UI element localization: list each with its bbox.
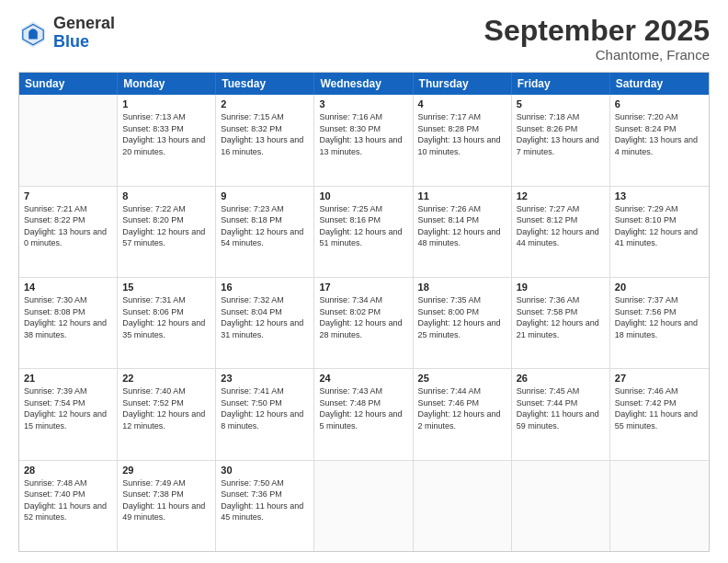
day-info: Sunrise: 7:31 AMSunset: 8:06 PMDaylight:… xyxy=(122,294,210,340)
day-cell: 24Sunrise: 7:43 AMSunset: 7:48 PMDayligh… xyxy=(314,369,413,459)
day-number: 26 xyxy=(517,373,605,384)
day-number: 16 xyxy=(221,282,309,293)
day-cell: 14Sunrise: 7:30 AMSunset: 8:08 PMDayligh… xyxy=(19,278,118,368)
day-number: 18 xyxy=(418,282,506,293)
day-number: 1 xyxy=(122,98,210,109)
empty-cell xyxy=(414,461,512,551)
day-info: Sunrise: 7:23 AMSunset: 8:18 PMDaylight:… xyxy=(221,203,309,249)
day-cell: 15Sunrise: 7:31 AMSunset: 8:06 PMDayligh… xyxy=(118,278,216,368)
calendar-row: 28Sunrise: 7:48 AMSunset: 7:40 PMDayligh… xyxy=(19,461,709,551)
empty-cell xyxy=(314,461,413,551)
day-info: Sunrise: 7:15 AMSunset: 8:32 PMDaylight:… xyxy=(221,111,309,157)
day-cell: 22Sunrise: 7:40 AMSunset: 7:52 PMDayligh… xyxy=(118,369,216,459)
day-number: 19 xyxy=(517,282,605,293)
weekday-header: Tuesday xyxy=(216,73,314,95)
day-number: 4 xyxy=(418,98,506,109)
weekday-header: Sunday xyxy=(19,73,118,95)
subtitle: Chantome, France xyxy=(484,47,710,63)
day-info: Sunrise: 7:46 AMSunset: 7:42 PMDaylight:… xyxy=(615,385,704,431)
title-block: September 2025 Chantome, France xyxy=(484,15,710,63)
day-cell: 12Sunrise: 7:27 AMSunset: 8:12 PMDayligh… xyxy=(512,187,610,277)
day-number: 20 xyxy=(615,282,704,293)
day-info: Sunrise: 7:50 AMSunset: 7:36 PMDaylight:… xyxy=(221,477,309,523)
day-cell: 19Sunrise: 7:36 AMSunset: 7:58 PMDayligh… xyxy=(512,278,610,368)
day-number: 24 xyxy=(319,373,407,384)
calendar-row: 21Sunrise: 7:39 AMSunset: 7:54 PMDayligh… xyxy=(19,369,709,460)
weekday-header: Monday xyxy=(118,73,216,95)
day-info: Sunrise: 7:36 AMSunset: 7:58 PMDaylight:… xyxy=(517,294,605,340)
day-cell: 23Sunrise: 7:41 AMSunset: 7:50 PMDayligh… xyxy=(216,369,314,459)
day-info: Sunrise: 7:32 AMSunset: 8:04 PMDaylight:… xyxy=(221,294,309,340)
day-cell: 9Sunrise: 7:23 AMSunset: 8:18 PMDaylight… xyxy=(216,187,314,277)
day-cell: 20Sunrise: 7:37 AMSunset: 7:56 PMDayligh… xyxy=(610,278,709,368)
day-cell: 16Sunrise: 7:32 AMSunset: 8:04 PMDayligh… xyxy=(216,278,314,368)
day-cell: 30Sunrise: 7:50 AMSunset: 7:36 PMDayligh… xyxy=(216,461,314,551)
empty-cell xyxy=(512,461,610,551)
day-cell: 21Sunrise: 7:39 AMSunset: 7:54 PMDayligh… xyxy=(19,369,118,459)
day-number: 25 xyxy=(418,373,506,384)
day-info: Sunrise: 7:25 AMSunset: 8:16 PMDaylight:… xyxy=(319,203,407,249)
day-number: 9 xyxy=(221,190,309,201)
weekday-header: Friday xyxy=(512,73,610,95)
day-info: Sunrise: 7:40 AMSunset: 7:52 PMDaylight:… xyxy=(122,385,210,431)
day-number: 21 xyxy=(24,373,112,384)
day-cell: 6Sunrise: 7:20 AMSunset: 8:24 PMDaylight… xyxy=(610,95,709,185)
day-number: 12 xyxy=(517,190,605,201)
logo-blue: Blue xyxy=(53,32,89,51)
day-cell: 29Sunrise: 7:49 AMSunset: 7:38 PMDayligh… xyxy=(118,461,216,551)
day-info: Sunrise: 7:29 AMSunset: 8:10 PMDaylight:… xyxy=(615,203,704,249)
day-cell: 1Sunrise: 7:13 AMSunset: 8:33 PMDaylight… xyxy=(118,95,216,185)
calendar-row: 1Sunrise: 7:13 AMSunset: 8:33 PMDaylight… xyxy=(19,95,709,186)
day-cell: 3Sunrise: 7:16 AMSunset: 8:30 PMDaylight… xyxy=(314,95,413,185)
header: General Blue September 2025 Chantome, Fr… xyxy=(18,15,710,63)
day-info: Sunrise: 7:49 AMSunset: 7:38 PMDaylight:… xyxy=(122,477,210,523)
day-number: 10 xyxy=(319,190,407,201)
day-cell: 5Sunrise: 7:18 AMSunset: 8:26 PMDaylight… xyxy=(512,95,610,185)
day-number: 13 xyxy=(615,190,704,201)
day-info: Sunrise: 7:45 AMSunset: 7:44 PMDaylight:… xyxy=(517,385,605,431)
calendar: SundayMondayTuesdayWednesdayThursdayFrid… xyxy=(18,72,710,552)
logo-general: General xyxy=(53,14,115,32)
day-cell: 18Sunrise: 7:35 AMSunset: 8:00 PMDayligh… xyxy=(414,278,512,368)
day-cell: 26Sunrise: 7:45 AMSunset: 7:44 PMDayligh… xyxy=(512,369,610,459)
day-cell: 7Sunrise: 7:21 AMSunset: 8:22 PMDaylight… xyxy=(19,187,118,277)
day-number: 7 xyxy=(24,190,112,201)
main-title: September 2025 xyxy=(484,15,710,47)
day-info: Sunrise: 7:30 AMSunset: 8:08 PMDaylight:… xyxy=(24,294,112,340)
logo-text: General Blue xyxy=(53,15,115,52)
day-info: Sunrise: 7:13 AMSunset: 8:33 PMDaylight:… xyxy=(122,111,210,157)
day-number: 14 xyxy=(24,282,112,293)
day-cell: 17Sunrise: 7:34 AMSunset: 8:02 PMDayligh… xyxy=(314,278,413,368)
day-number: 28 xyxy=(24,465,112,476)
day-number: 17 xyxy=(319,282,407,293)
day-info: Sunrise: 7:20 AMSunset: 8:24 PMDaylight:… xyxy=(615,111,704,157)
day-number: 15 xyxy=(122,282,210,293)
day-info: Sunrise: 7:26 AMSunset: 8:14 PMDaylight:… xyxy=(418,203,506,249)
day-info: Sunrise: 7:21 AMSunset: 8:22 PMDaylight:… xyxy=(24,203,112,249)
day-cell: 2Sunrise: 7:15 AMSunset: 8:32 PMDaylight… xyxy=(216,95,314,185)
calendar-body: 1Sunrise: 7:13 AMSunset: 8:33 PMDaylight… xyxy=(19,95,709,551)
day-cell: 13Sunrise: 7:29 AMSunset: 8:10 PMDayligh… xyxy=(610,187,709,277)
page: General Blue September 2025 Chantome, Fr… xyxy=(0,0,728,563)
empty-cell xyxy=(610,461,709,551)
day-info: Sunrise: 7:16 AMSunset: 8:30 PMDaylight:… xyxy=(319,111,407,157)
day-info: Sunrise: 7:18 AMSunset: 8:26 PMDaylight:… xyxy=(517,111,605,157)
day-number: 30 xyxy=(221,465,309,476)
day-number: 8 xyxy=(122,190,210,201)
day-info: Sunrise: 7:48 AMSunset: 7:40 PMDaylight:… xyxy=(24,477,112,523)
day-number: 29 xyxy=(122,465,210,476)
weekday-header: Saturday xyxy=(610,73,709,95)
day-info: Sunrise: 7:44 AMSunset: 7:46 PMDaylight:… xyxy=(418,385,506,431)
day-number: 3 xyxy=(319,98,407,109)
day-cell: 4Sunrise: 7:17 AMSunset: 8:28 PMDaylight… xyxy=(414,95,512,185)
calendar-row: 7Sunrise: 7:21 AMSunset: 8:22 PMDaylight… xyxy=(19,187,709,278)
day-cell: 28Sunrise: 7:48 AMSunset: 7:40 PMDayligh… xyxy=(19,461,118,551)
day-number: 27 xyxy=(615,373,704,384)
calendar-header: SundayMondayTuesdayWednesdayThursdayFrid… xyxy=(19,73,709,95)
day-info: Sunrise: 7:35 AMSunset: 8:00 PMDaylight:… xyxy=(418,294,506,340)
day-number: 22 xyxy=(122,373,210,384)
empty-cell xyxy=(19,95,118,185)
day-cell: 8Sunrise: 7:22 AMSunset: 8:20 PMDaylight… xyxy=(118,187,216,277)
day-cell: 11Sunrise: 7:26 AMSunset: 8:14 PMDayligh… xyxy=(414,187,512,277)
logo: General Blue xyxy=(18,15,115,52)
